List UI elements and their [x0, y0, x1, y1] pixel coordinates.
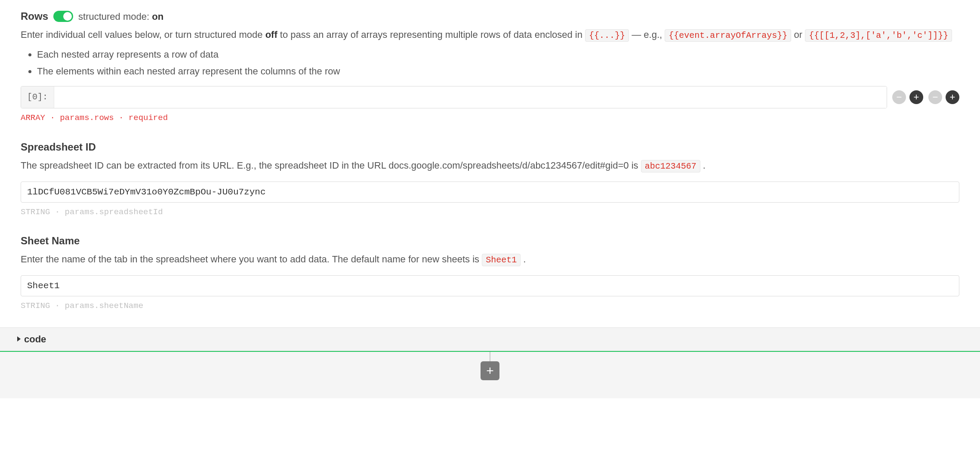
code-example-variable: {{event.arrayOfArrays}}: [665, 29, 791, 42]
rows-field: Rows structured mode: on Enter individua…: [21, 9, 959, 124]
sheet-name-meta: STRING · params.sheetName: [21, 300, 959, 312]
caret-right-icon: [17, 336, 21, 342]
connector-line: [490, 352, 490, 361]
structured-mode-label: structured mode: on: [78, 9, 163, 24]
row-input-container: [0]:: [21, 86, 887, 108]
rows-description: Enter individual cell values below, or t…: [21, 28, 959, 42]
code-expand-section[interactable]: code: [0, 327, 980, 351]
spreadsheet-id-input[interactable]: [21, 182, 959, 203]
code-expand-label: code: [24, 332, 46, 346]
rows-description-list: Each nested array represents a row of da…: [21, 47, 959, 78]
spreadsheet-id-description: The spreadsheet ID can be extracted from…: [21, 158, 959, 173]
spreadsheet-id-label: Spreadsheet ID: [21, 139, 959, 155]
row-index-label: [0]:: [21, 86, 54, 108]
structured-mode-toggle[interactable]: [53, 11, 73, 22]
rows-header: Rows structured mode: on: [21, 9, 959, 24]
remove-cell-button[interactable]: −: [892, 90, 906, 104]
rows-meta: ARRAY · params.rows · required: [21, 112, 959, 124]
spreadsheet-id-field: Spreadsheet ID The spreadsheet ID can be…: [21, 139, 959, 219]
sheet-name-label: Sheet Name: [21, 233, 959, 249]
sheet-name-field: Sheet Name Enter the name of the tab in …: [21, 233, 959, 312]
sheet-name-input[interactable]: [21, 275, 959, 296]
code-default-sheet-name: Sheet1: [482, 254, 521, 266]
rows-label: Rows: [21, 9, 48, 24]
add-step-button[interactable]: +: [481, 361, 499, 380]
row-buttons: − +: [928, 90, 959, 104]
list-item: Each nested array represents a row of da…: [37, 47, 959, 62]
row-input-wrap: [0]: − + − +: [21, 86, 959, 108]
row-value-input[interactable]: [54, 86, 887, 108]
spreadsheet-id-meta: STRING · params.spreadsheetId: [21, 206, 959, 219]
workflow-canvas: +: [0, 351, 980, 398]
list-item: The elements within each nested array re…: [37, 64, 959, 78]
cell-buttons: − +: [892, 90, 923, 104]
code-spreadsheet-example-id: abc1234567: [641, 160, 700, 172]
sheet-name-description: Enter the name of the tab in the spreads…: [21, 252, 959, 267]
remove-row-button[interactable]: −: [928, 90, 942, 104]
add-cell-button[interactable]: +: [909, 90, 923, 104]
toggle-knob: [63, 12, 72, 21]
code-placeholder-syntax: {{...}}: [585, 29, 629, 42]
add-row-button[interactable]: +: [946, 90, 959, 104]
code-example-literal: {{[[1,2,3],['a','b','c']]}}: [805, 29, 952, 42]
